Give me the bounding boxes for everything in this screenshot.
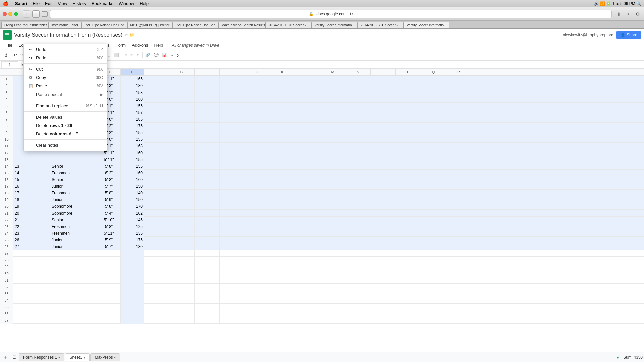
cell-m[interactable] — [320, 103, 345, 109]
cell-j[interactable] — [245, 129, 270, 136]
cell-d[interactable] — [97, 257, 121, 263]
cell-b[interactable]: Sophomore — [50, 203, 77, 210]
cell-f[interactable] — [144, 116, 169, 123]
cell-j[interactable] — [245, 136, 270, 143]
minimize-button[interactable] — [8, 12, 12, 16]
tab-bcp-soccer-1[interactable]: 2014-2015 BCP Soccer -... — [265, 22, 311, 28]
cell-d[interactable]: 5' 8" — [97, 203, 121, 210]
cell-j[interactable] — [245, 270, 270, 277]
tab-pvc-pipe-1[interactable]: PVC Pipe Raised Dog Bed — [82, 22, 127, 28]
cell-m[interactable] — [320, 290, 345, 297]
tab-varsity-1[interactable]: Varsity Soccer Informatio... — [312, 22, 358, 28]
cell-m[interactable] — [320, 136, 345, 143]
cell-a[interactable] — [13, 257, 50, 263]
cell-m[interactable] — [320, 183, 345, 190]
cell-d[interactable] — [97, 277, 121, 284]
file-menu[interactable]: File — [30, 1, 42, 6]
cell-k[interactable] — [270, 163, 295, 170]
cell-i[interactable] — [220, 96, 245, 103]
cell-j[interactable] — [245, 103, 270, 109]
cell-a[interactable]: 23 — [13, 230, 50, 237]
cell-c[interactable] — [77, 257, 97, 263]
cell-j[interactable] — [245, 176, 270, 183]
cell-j[interactable] — [245, 210, 270, 217]
cell-j[interactable] — [245, 223, 270, 230]
cell-f[interactable] — [144, 257, 169, 263]
cell-h[interactable] — [195, 210, 220, 217]
cell-l[interactable] — [295, 190, 320, 196]
cell-h[interactable] — [195, 250, 220, 257]
cell-i[interactable] — [220, 156, 245, 163]
cell-k[interactable] — [270, 250, 295, 257]
cell-i[interactable] — [220, 123, 245, 129]
cell-g[interactable] — [169, 223, 195, 230]
col-header-k[interactable]: K — [270, 69, 295, 75]
cell-c[interactable] — [77, 170, 97, 176]
cell-b[interactable] — [50, 304, 77, 310]
cell-c[interactable] — [77, 304, 97, 310]
apple-menu[interactable]: 🍎 — [3, 1, 8, 6]
cell-k[interactable] — [270, 76, 295, 82]
cell-f[interactable] — [144, 196, 169, 203]
cell-a[interactable]: 20 — [13, 210, 50, 217]
col-header-f[interactable]: F — [144, 69, 169, 75]
close-button[interactable] — [3, 12, 7, 16]
cell-l[interactable] — [295, 89, 320, 96]
cell-g[interactable] — [169, 317, 195, 324]
cell-c[interactable] — [77, 163, 97, 170]
cell-a[interactable]: 16 — [13, 183, 50, 190]
merge-button[interactable]: ⬜ — [113, 51, 120, 59]
cell-k[interactable] — [270, 237, 295, 243]
cell-l[interactable] — [295, 237, 320, 243]
cell-i[interactable] — [220, 176, 245, 183]
cell-i[interactable] — [220, 304, 245, 310]
menu-addons[interactable]: Add-ons — [129, 42, 151, 48]
cell-c[interactable] — [77, 223, 97, 230]
cell-f[interactable] — [144, 284, 169, 290]
cell-h[interactable] — [195, 96, 220, 103]
cell-j[interactable] — [245, 284, 270, 290]
cell-g[interactable] — [169, 304, 195, 310]
cell-h[interactable] — [195, 103, 220, 109]
cell-e[interactable]: 165 — [121, 76, 144, 82]
cell-g[interactable] — [169, 243, 195, 250]
wrap-button[interactable]: ↵ — [135, 51, 141, 59]
cell-m[interactable] — [320, 210, 345, 217]
cell-i[interactable] — [220, 136, 245, 143]
cell-k[interactable] — [270, 210, 295, 217]
cell-k[interactable] — [270, 149, 295, 156]
ctx-delete-cols[interactable]: Delete columns A - E — [24, 130, 107, 138]
cell-m[interactable] — [320, 297, 345, 304]
cell-a[interactable] — [13, 250, 50, 257]
star-icon[interactable]: ☆ — [124, 33, 128, 37]
cell-k[interactable] — [270, 277, 295, 284]
cell-a[interactable]: 18 — [13, 196, 50, 203]
cell-b[interactable]: Junior — [50, 196, 77, 203]
cell-l[interactable] — [295, 82, 320, 89]
address-bar[interactable]: 🔒 docs.google.com ↻ — [50, 10, 612, 18]
cell-b[interactable] — [50, 277, 77, 284]
cell-f[interactable] — [144, 129, 169, 136]
tab-bcp-soccer-2[interactable]: 2014-2015 BCP Soccer -... — [358, 22, 404, 28]
cell-i[interactable] — [220, 217, 245, 223]
cell-a[interactable]: 14 — [13, 170, 50, 176]
cell-j[interactable] — [245, 116, 270, 123]
tab-twitter[interactable]: Mr. L (@MrLBCP) | Twitter — [127, 22, 173, 28]
cell-b[interactable] — [50, 250, 77, 257]
cell-a[interactable]: 21 — [13, 217, 50, 223]
align-center-button[interactable]: ≡ — [129, 51, 134, 59]
cell-f[interactable] — [144, 103, 169, 109]
cell-m[interactable] — [320, 196, 345, 203]
cell-k[interactable] — [270, 82, 295, 89]
cell-j[interactable] — [245, 163, 270, 170]
cell-m[interactable] — [320, 156, 345, 163]
col-header-j[interactable]: J — [245, 69, 270, 75]
cell-l[interactable] — [295, 129, 320, 136]
cell-j[interactable] — [245, 190, 270, 196]
cell-h[interactable] — [195, 123, 220, 129]
cell-j[interactable] — [245, 143, 270, 149]
cell-c[interactable] — [77, 317, 97, 324]
cell-b[interactable] — [50, 257, 77, 263]
folder-icon[interactable]: 📁 — [129, 33, 135, 37]
cell-k[interactable] — [270, 317, 295, 324]
